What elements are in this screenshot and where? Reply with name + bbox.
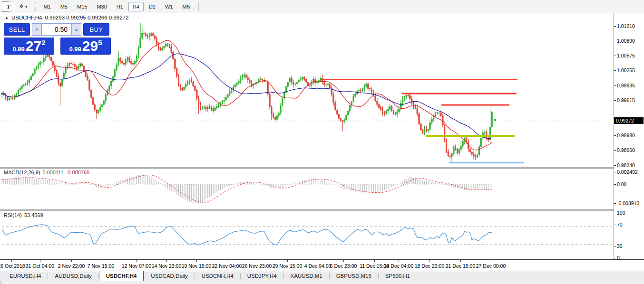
sell-price-big: 27 (26, 39, 41, 53)
timeframe-button-h4[interactable]: H4 (128, 2, 144, 11)
price-axis-label-tick (614, 70, 616, 71)
price-axis-label-tick (614, 41, 616, 41)
date-label: 12 Nov 07:00 (122, 263, 151, 269)
date-tick (429, 260, 430, 262)
timeframe-button-m5[interactable]: M5 (56, 2, 72, 11)
date-label: 26 Nov 23:00 (242, 263, 272, 269)
price-axis-label: 0.98980 (617, 133, 635, 138)
indicator-icon: ❖ (19, 3, 24, 9)
date-label: 29 Nov 15:00 (273, 263, 302, 269)
date-tick (166, 260, 167, 262)
timeframe-button-m30[interactable]: M30 (92, 2, 111, 11)
timeframe-button-d1[interactable]: D1 (145, 2, 160, 11)
rsi-axis-label: 70 (617, 222, 623, 227)
chart-tab-gbpusd-m15[interactable]: GBPUSD,M15 (330, 271, 378, 281)
tab-separator (417, 273, 417, 279)
date-tick (11, 260, 12, 262)
price-axis-label-tick (614, 100, 616, 101)
timeframe-button-mn[interactable]: MN (178, 2, 195, 11)
buy-price-button[interactable]: 0.99 29 5 (60, 38, 111, 55)
rsi-axis-label-tick (614, 213, 616, 213)
toolbar-separator (198, 2, 199, 11)
price-axis-label: 0.98660 (617, 147, 635, 153)
chart-tab-eurusd-h4[interactable]: EURUSD,H4 (3, 271, 48, 281)
date-tick (287, 260, 288, 262)
macd-axis-label-tick (614, 203, 616, 204)
date-tick (101, 260, 101, 262)
chart-collapse-icon[interactable]: ▲ (5, 16, 9, 20)
date-label: 22 Nov 04:00 (212, 263, 242, 269)
date-label: 14 Nov 23:00 (152, 263, 181, 269)
date-tick (374, 260, 375, 262)
volume-input[interactable] (42, 23, 71, 36)
macd-label: MACD(12,26,9)0.000111-0.000765 (4, 170, 89, 175)
chart-tab-xauusd-m1[interactable]: XAUUSD,M1 (284, 271, 329, 281)
text-tool-icon[interactable]: T (2, 1, 15, 12)
rsi-canvas[interactable] (0, 211, 614, 259)
date-label: 14 Dec 04:00 (384, 263, 413, 269)
chart-tab-usdjpy-h4[interactable]: USDJPY,H4 (241, 271, 283, 281)
indicator-tool-button[interactable]: ❖ ▾ (17, 2, 29, 11)
timeframe-button-m1[interactable]: M1 (39, 2, 55, 11)
price-axis-label: 0.99615 (617, 97, 635, 103)
toolbar-grip[interactable] (33, 2, 36, 11)
date-tick (460, 260, 461, 262)
timeframe-button-h1[interactable]: H1 (112, 2, 127, 11)
date-label: 7 Nov 15:00 (88, 263, 115, 269)
price-axis-label: 1.00575 (617, 53, 635, 58)
chart-symbol-label: USDCHF,H4 (11, 15, 42, 20)
one-click-trading-panel: SELL ▼ ▲ BUY 0.99 27 2 0.99 29 5 (4, 23, 111, 55)
rsi-axis-label-tick (614, 258, 616, 258)
date-tick (137, 260, 137, 262)
sell-price-sup: 2 (41, 38, 45, 47)
date-tick (343, 260, 344, 262)
price-axis-label: 1.00890 (617, 38, 635, 44)
chart-tab-usdchf-h4[interactable]: USDCHF,H4 (99, 271, 144, 281)
date-label: 27 Dec 00:00 (476, 263, 506, 269)
price-axis-label: 1.00255 (617, 67, 635, 73)
date-label: 26 Oct 2018 (0, 263, 25, 269)
macd-axis-label-tick (614, 184, 616, 185)
price-axis-label: 1.01210 (617, 23, 635, 29)
date-label: 31 Oct 04:00 (26, 263, 54, 269)
price-axis-label-tick (614, 85, 616, 86)
chart-tab-usdcad-daily[interactable]: USDCAD,Daily (144, 271, 194, 281)
date-tick (318, 260, 318, 262)
volume-increase-button[interactable]: ▲ (71, 23, 81, 36)
chart-tab-bar: EURUSD,H4AUDUSD,DailyUSDCHF,H4USDCAD,Dai… (0, 271, 644, 281)
price-axis-label: 0.99935 (617, 83, 635, 88)
date-tick (227, 260, 227, 262)
date-label: 6 Dec 23:00 (330, 263, 357, 269)
date-tick (71, 260, 72, 262)
rsi-axis-label: 30 (617, 243, 623, 249)
buy-price-big: 29 (82, 39, 98, 53)
date-label: 21 Dec 15:00 (446, 263, 475, 269)
price-axis-label-tick (614, 26, 616, 27)
date-label: 18 Dec 23:00 (415, 263, 444, 269)
chevron-down-icon: ▾ (25, 4, 28, 9)
volume-decrease-button[interactable]: ▼ (32, 23, 42, 36)
price-axis-label-tick (614, 150, 616, 151)
sell-price-prefix: 0.99 (12, 46, 24, 54)
timeframe-button-m15[interactable]: M15 (73, 2, 91, 11)
chart-ohlc-values: 0.99293 0.99295 0.99266 0.99272 (45, 15, 128, 20)
timeframe-button-w1[interactable]: W1 (161, 2, 177, 11)
date-tick (491, 260, 491, 262)
price-axis-label-tick (614, 135, 616, 136)
date-tick (196, 260, 197, 262)
rsi-axis-label: 0 (617, 255, 620, 261)
date-label: 4 Dec 04:00 (304, 263, 332, 269)
sell-button[interactable]: SELL (4, 23, 30, 36)
chart-title: ▲ USDCHF,H4 0.99293 0.99295 0.99266 0.99… (5, 15, 128, 20)
chart-tab-audusd-daily[interactable]: AUDUSD,Daily (48, 271, 98, 281)
rsi-axis-label: 100 (617, 210, 625, 216)
sell-price-button[interactable]: 0.99 27 2 (4, 38, 54, 55)
buy-button[interactable]: BUY (83, 23, 109, 36)
date-label: 2 Nov 22:00 (58, 263, 85, 269)
chart-tab-sp500-h1[interactable]: SP500,H1 (379, 271, 417, 281)
chart-tab-usdcnh-h4[interactable]: USDCNH,H4 (195, 271, 240, 281)
macd-axis-label: 0.00 (617, 181, 626, 187)
macd-canvas[interactable] (0, 169, 614, 209)
date-axis[interactable]: 26 Oct 201831 Oct 04:002 Nov 22:007 Nov … (0, 260, 644, 271)
date-label: 19 Nov 15:00 (182, 263, 211, 269)
